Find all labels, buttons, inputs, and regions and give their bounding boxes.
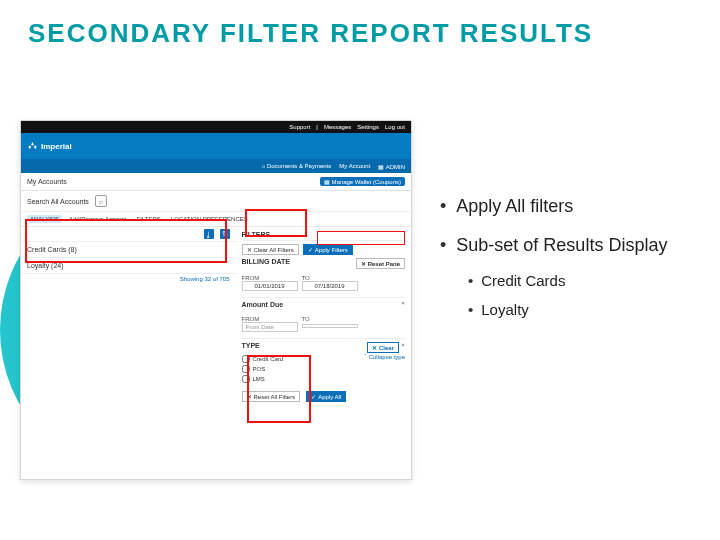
reset-pane-button[interactable]: ✕ Reset Pane bbox=[356, 258, 405, 269]
messages-link[interactable]: Messages bbox=[324, 124, 351, 130]
chevron-up-icon-2[interactable]: ˄ bbox=[401, 343, 405, 352]
clear-type-button[interactable]: ✕ Clear bbox=[367, 342, 399, 353]
sort-icon[interactable]: ⇅ bbox=[220, 229, 230, 239]
page-title: My Accounts bbox=[27, 178, 67, 185]
amount-from-input[interactable]: From Date bbox=[242, 322, 298, 332]
search-label: Search All Accounts bbox=[27, 198, 89, 205]
export-icon[interactable]: ⭳ bbox=[204, 229, 214, 239]
app-screenshot: Support | Messages Settings Log out Impe… bbox=[20, 120, 412, 480]
accounts-column: ⭳ ⇅ Credit Cards (8) Loyalty (24) Showin… bbox=[21, 227, 236, 406]
from-date[interactable]: 01/01/2019 bbox=[242, 281, 298, 291]
page-header: My Accounts ▦ Manage Wallet (Coupons) bbox=[21, 173, 411, 191]
bullet-credit-cards: Credit Cards bbox=[468, 272, 700, 291]
utility-bar: Support | Messages Settings Log out bbox=[21, 121, 411, 133]
amount-title: Amount Due bbox=[242, 301, 284, 310]
tab-analysis[interactable]: ANALYSIS bbox=[27, 215, 62, 223]
support-link[interactable]: Support bbox=[289, 124, 310, 130]
result-count: Showing 32 of 705 bbox=[21, 274, 236, 284]
tab-filters[interactable]: FILTERS bbox=[134, 215, 164, 223]
brand-logo: Imperial bbox=[27, 141, 72, 152]
logout-link[interactable]: Log out bbox=[385, 124, 405, 130]
apply-filters-button[interactable]: ✓ Apply Filters bbox=[303, 244, 353, 255]
nav-documents[interactable]: ⌂ Documents & Payments bbox=[262, 163, 332, 169]
bullet-apply-filters: Apply All filters bbox=[440, 195, 700, 218]
account-loyalty[interactable]: Loyalty (24) bbox=[21, 258, 236, 274]
type-lms[interactable]: LMS bbox=[242, 375, 284, 383]
collapse-type-link[interactable]: ˅ Collapse type bbox=[364, 353, 405, 385]
manage-wallet-link[interactable]: ▦ Manage Wallet (Coupons) bbox=[320, 177, 405, 186]
main-nav: ⌂ Documents & Payments My Account ▦ ADMI… bbox=[21, 159, 411, 173]
nav-admin[interactable]: ▦ ADMIN bbox=[378, 163, 405, 170]
search-row: Search All Accounts ⌕ bbox=[21, 191, 411, 212]
reset-all-button[interactable]: ✕ Reset All Filters bbox=[242, 391, 301, 402]
billing-date-title: BILLING DATE bbox=[242, 258, 290, 269]
type-title: TYPE bbox=[242, 342, 260, 353]
type-credit-card[interactable]: Credit Card bbox=[242, 355, 284, 363]
search-icon[interactable]: ⌕ bbox=[95, 195, 107, 207]
filters-title: FILTERS bbox=[242, 231, 406, 241]
bullet-list: Apply All filters Sub-set of Results Dis… bbox=[440, 195, 700, 330]
apply-all-button[interactable]: ✓ Apply All bbox=[306, 391, 346, 402]
filters-panel: FILTERS ✕ Clear All Filters ✓ Apply Filt… bbox=[236, 227, 412, 406]
tab-add-remove[interactable]: Add/Remove Account bbox=[66, 215, 130, 223]
tab-bar: ANALYSIS Add/Remove Account FILTERS LOCA… bbox=[21, 212, 411, 227]
bullet-loyalty: Loyalty bbox=[468, 301, 700, 320]
brand-bar: Imperial bbox=[21, 133, 411, 159]
nav-myaccount[interactable]: My Account bbox=[339, 163, 370, 169]
settings-link[interactable]: Settings bbox=[357, 124, 379, 130]
bullet-subset: Sub-set of Results Display bbox=[440, 234, 700, 257]
clear-all-button[interactable]: ✕ Clear All Filters bbox=[242, 244, 299, 255]
to-date[interactable]: 07/18/2019 bbox=[302, 281, 358, 291]
account-credit-cards[interactable]: Credit Cards (8) bbox=[21, 242, 236, 258]
amount-to-input[interactable] bbox=[302, 324, 358, 328]
brand-text: Imperial bbox=[41, 142, 72, 151]
tab-location[interactable]: LOCATION PREFERENCES bbox=[168, 215, 251, 223]
slide-title: SECONDARY FILTER REPORT RESULTS bbox=[28, 18, 593, 49]
amount-to-label: TO bbox=[302, 316, 358, 322]
type-pos[interactable]: POS bbox=[242, 365, 284, 373]
chevron-up-icon[interactable]: ˄ bbox=[401, 301, 405, 310]
brand-icon bbox=[27, 141, 38, 152]
